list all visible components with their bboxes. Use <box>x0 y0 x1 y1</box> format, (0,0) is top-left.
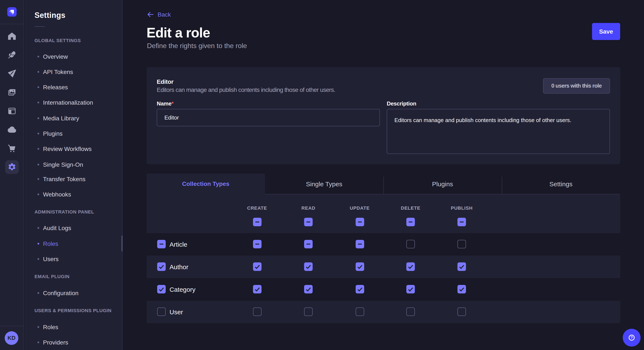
svg-text:?: ? <box>630 336 633 340</box>
